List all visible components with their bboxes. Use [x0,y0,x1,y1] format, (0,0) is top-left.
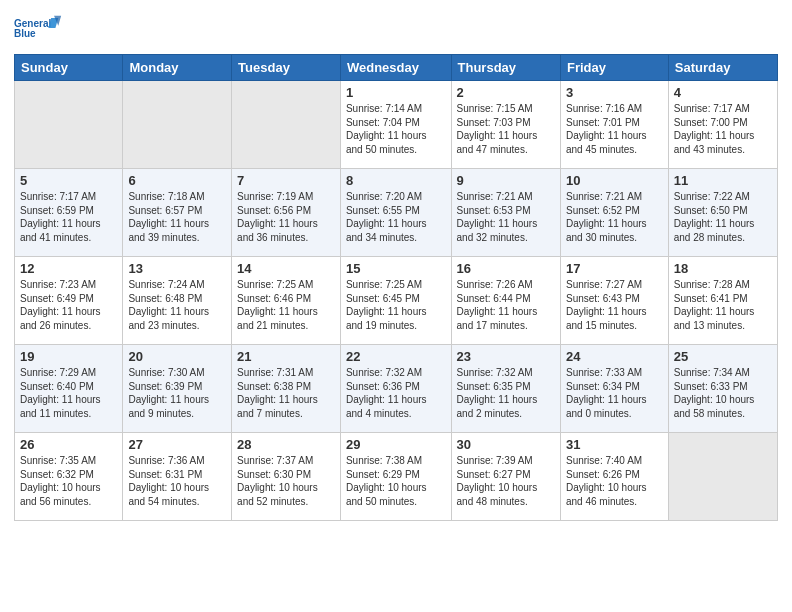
day-number: 6 [128,173,226,188]
day-info: Sunrise: 7:20 AM Sunset: 6:55 PM Dayligh… [346,190,446,244]
calendar-cell-w1-d4: 1Sunrise: 7:14 AM Sunset: 7:04 PM Daylig… [340,81,451,169]
calendar-cell-w4-d7: 25Sunrise: 7:34 AM Sunset: 6:33 PM Dayli… [668,345,777,433]
day-info: Sunrise: 7:16 AM Sunset: 7:01 PM Dayligh… [566,102,663,156]
calendar-cell-w3-d6: 17Sunrise: 7:27 AM Sunset: 6:43 PM Dayli… [560,257,668,345]
calendar-cell-w5-d6: 31Sunrise: 7:40 AM Sunset: 6:26 PM Dayli… [560,433,668,521]
calendar-cell-w4-d2: 20Sunrise: 7:30 AM Sunset: 6:39 PM Dayli… [123,345,232,433]
week-row-1: 1Sunrise: 7:14 AM Sunset: 7:04 PM Daylig… [15,81,778,169]
day-info: Sunrise: 7:14 AM Sunset: 7:04 PM Dayligh… [346,102,446,156]
day-number: 8 [346,173,446,188]
day-number: 10 [566,173,663,188]
calendar-cell-w3-d5: 16Sunrise: 7:26 AM Sunset: 6:44 PM Dayli… [451,257,560,345]
calendar-cell-w2-d3: 7Sunrise: 7:19 AM Sunset: 6:56 PM Daylig… [232,169,341,257]
day-number: 20 [128,349,226,364]
svg-text:Blue: Blue [14,28,36,39]
calendar-cell-w2-d1: 5Sunrise: 7:17 AM Sunset: 6:59 PM Daylig… [15,169,123,257]
day-info: Sunrise: 7:31 AM Sunset: 6:38 PM Dayligh… [237,366,335,420]
calendar-cell-w4-d3: 21Sunrise: 7:31 AM Sunset: 6:38 PM Dayli… [232,345,341,433]
calendar-cell-w5-d3: 28Sunrise: 7:37 AM Sunset: 6:30 PM Dayli… [232,433,341,521]
day-number: 29 [346,437,446,452]
day-info: Sunrise: 7:29 AM Sunset: 6:40 PM Dayligh… [20,366,117,420]
week-row-5: 26Sunrise: 7:35 AM Sunset: 6:32 PM Dayli… [15,433,778,521]
day-number: 4 [674,85,772,100]
day-info: Sunrise: 7:26 AM Sunset: 6:44 PM Dayligh… [457,278,555,332]
calendar-cell-w2-d5: 9Sunrise: 7:21 AM Sunset: 6:53 PM Daylig… [451,169,560,257]
day-info: Sunrise: 7:33 AM Sunset: 6:34 PM Dayligh… [566,366,663,420]
calendar-cell-w5-d4: 29Sunrise: 7:38 AM Sunset: 6:29 PM Dayli… [340,433,451,521]
calendar-cell-w3-d3: 14Sunrise: 7:25 AM Sunset: 6:46 PM Dayli… [232,257,341,345]
header-thursday: Thursday [451,55,560,81]
calendar-cell-w2-d4: 8Sunrise: 7:20 AM Sunset: 6:55 PM Daylig… [340,169,451,257]
calendar-cell-w1-d2 [123,81,232,169]
day-info: Sunrise: 7:32 AM Sunset: 6:35 PM Dayligh… [457,366,555,420]
header-friday: Friday [560,55,668,81]
day-number: 7 [237,173,335,188]
day-info: Sunrise: 7:21 AM Sunset: 6:53 PM Dayligh… [457,190,555,244]
week-row-3: 12Sunrise: 7:23 AM Sunset: 6:49 PM Dayli… [15,257,778,345]
calendar-cell-w3-d7: 18Sunrise: 7:28 AM Sunset: 6:41 PM Dayli… [668,257,777,345]
day-info: Sunrise: 7:28 AM Sunset: 6:41 PM Dayligh… [674,278,772,332]
day-number: 28 [237,437,335,452]
day-number: 26 [20,437,117,452]
day-info: Sunrise: 7:32 AM Sunset: 6:36 PM Dayligh… [346,366,446,420]
calendar-cell-w5-d5: 30Sunrise: 7:39 AM Sunset: 6:27 PM Dayli… [451,433,560,521]
calendar-cell-w2-d2: 6Sunrise: 7:18 AM Sunset: 6:57 PM Daylig… [123,169,232,257]
calendar-cell-w4-d5: 23Sunrise: 7:32 AM Sunset: 6:35 PM Dayli… [451,345,560,433]
calendar-cell-w5-d1: 26Sunrise: 7:35 AM Sunset: 6:32 PM Dayli… [15,433,123,521]
day-number: 2 [457,85,555,100]
day-number: 18 [674,261,772,276]
day-number: 30 [457,437,555,452]
day-info: Sunrise: 7:30 AM Sunset: 6:39 PM Dayligh… [128,366,226,420]
calendar-cell-w3-d2: 13Sunrise: 7:24 AM Sunset: 6:48 PM Dayli… [123,257,232,345]
calendar-cell-w1-d6: 3Sunrise: 7:16 AM Sunset: 7:01 PM Daylig… [560,81,668,169]
day-number: 14 [237,261,335,276]
calendar-cell-w4-d6: 24Sunrise: 7:33 AM Sunset: 6:34 PM Dayli… [560,345,668,433]
day-info: Sunrise: 7:39 AM Sunset: 6:27 PM Dayligh… [457,454,555,508]
header-saturday: Saturday [668,55,777,81]
day-info: Sunrise: 7:23 AM Sunset: 6:49 PM Dayligh… [20,278,117,332]
calendar-cell-w1-d1 [15,81,123,169]
calendar-cell-w1-d7: 4Sunrise: 7:17 AM Sunset: 7:00 PM Daylig… [668,81,777,169]
day-number: 17 [566,261,663,276]
day-info: Sunrise: 7:25 AM Sunset: 6:46 PM Dayligh… [237,278,335,332]
header-wednesday: Wednesday [340,55,451,81]
day-info: Sunrise: 7:35 AM Sunset: 6:32 PM Dayligh… [20,454,117,508]
calendar-header-row: SundayMondayTuesdayWednesdayThursdayFrid… [15,55,778,81]
logo: General Blue [14,10,64,46]
week-row-4: 19Sunrise: 7:29 AM Sunset: 6:40 PM Dayli… [15,345,778,433]
day-info: Sunrise: 7:25 AM Sunset: 6:45 PM Dayligh… [346,278,446,332]
day-number: 15 [346,261,446,276]
day-info: Sunrise: 7:19 AM Sunset: 6:56 PM Dayligh… [237,190,335,244]
calendar-cell-w3-d1: 12Sunrise: 7:23 AM Sunset: 6:49 PM Dayli… [15,257,123,345]
day-number: 9 [457,173,555,188]
day-info: Sunrise: 7:17 AM Sunset: 6:59 PM Dayligh… [20,190,117,244]
day-number: 21 [237,349,335,364]
day-info: Sunrise: 7:27 AM Sunset: 6:43 PM Dayligh… [566,278,663,332]
calendar-cell-w4-d4: 22Sunrise: 7:32 AM Sunset: 6:36 PM Dayli… [340,345,451,433]
calendar-cell-w2-d6: 10Sunrise: 7:21 AM Sunset: 6:52 PM Dayli… [560,169,668,257]
day-number: 24 [566,349,663,364]
day-number: 22 [346,349,446,364]
day-info: Sunrise: 7:17 AM Sunset: 7:00 PM Dayligh… [674,102,772,156]
page: General Blue SundayMondayTuesdayWednesda… [0,0,792,612]
day-number: 12 [20,261,117,276]
day-info: Sunrise: 7:15 AM Sunset: 7:03 PM Dayligh… [457,102,555,156]
calendar-cell-w4-d1: 19Sunrise: 7:29 AM Sunset: 6:40 PM Dayli… [15,345,123,433]
day-number: 25 [674,349,772,364]
day-number: 1 [346,85,446,100]
calendar-cell-w2-d7: 11Sunrise: 7:22 AM Sunset: 6:50 PM Dayli… [668,169,777,257]
header-sunday: Sunday [15,55,123,81]
calendar: SundayMondayTuesdayWednesdayThursdayFrid… [14,54,778,521]
calendar-cell-w1-d3 [232,81,341,169]
day-info: Sunrise: 7:37 AM Sunset: 6:30 PM Dayligh… [237,454,335,508]
day-number: 27 [128,437,226,452]
day-info: Sunrise: 7:24 AM Sunset: 6:48 PM Dayligh… [128,278,226,332]
header: General Blue [14,10,778,46]
day-info: Sunrise: 7:36 AM Sunset: 6:31 PM Dayligh… [128,454,226,508]
week-row-2: 5Sunrise: 7:17 AM Sunset: 6:59 PM Daylig… [15,169,778,257]
day-info: Sunrise: 7:21 AM Sunset: 6:52 PM Dayligh… [566,190,663,244]
day-number: 11 [674,173,772,188]
day-number: 5 [20,173,117,188]
logo-svg: General Blue [14,10,64,46]
day-number: 16 [457,261,555,276]
